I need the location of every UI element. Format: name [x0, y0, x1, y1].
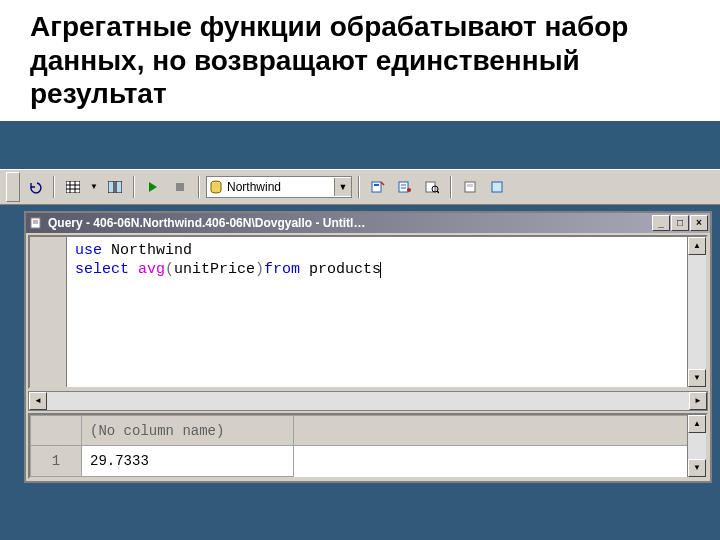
kw-from: from [264, 261, 300, 278]
window-icon [30, 216, 44, 230]
scroll-up-icon[interactable]: ▲ [688, 237, 706, 255]
svg-rect-7 [176, 183, 184, 191]
editor-gutter [30, 237, 67, 387]
scroll-left-icon[interactable]: ◄ [29, 392, 47, 410]
undo-button[interactable] [23, 175, 47, 199]
separator [450, 176, 452, 198]
table-row[interactable]: 1 29.7333 [31, 446, 688, 477]
corner-cell [31, 415, 82, 446]
header-row: (No column name) [31, 415, 688, 446]
cell-value[interactable]: 29.7333 [82, 446, 294, 477]
chevron-down-icon[interactable]: ▼ [334, 178, 351, 196]
scroll-track[interactable] [47, 392, 689, 410]
grid-dropdown[interactable]: ▼ [88, 175, 100, 199]
svg-rect-19 [467, 184, 473, 187]
column-header[interactable]: (No column name) [82, 415, 294, 446]
scroll-track[interactable] [688, 433, 706, 459]
results-grid[interactable]: (No column name) 1 29.7333 [30, 415, 687, 477]
paren-open: ( [165, 261, 174, 278]
scroll-up-icon[interactable]: ▲ [688, 415, 706, 433]
svg-rect-15 [426, 182, 435, 192]
paren-close: ) [255, 261, 264, 278]
database-icon [207, 178, 225, 196]
tool-button-2[interactable] [393, 175, 417, 199]
svg-rect-11 [399, 182, 408, 192]
scroll-right-icon[interactable]: ► [689, 392, 707, 410]
results-pane: (No column name) 1 29.7333 ▲ ▼ [28, 413, 708, 479]
query-window: Query - 406-06N.Northwind.406-06N\Dovgya… [24, 211, 712, 483]
svg-rect-9 [372, 182, 381, 192]
database-selector[interactable]: Northwind ▼ [206, 176, 352, 198]
grid-button[interactable] [61, 175, 85, 199]
separator [53, 176, 55, 198]
separator [198, 176, 200, 198]
tool-button-1[interactable] [366, 175, 390, 199]
execute-button[interactable] [141, 175, 165, 199]
col-name: unitPrice [174, 261, 255, 278]
toolbar: ▼ Northwind ▼ [0, 169, 720, 205]
window-title: Query - 406-06N.Northwind.406-06N\Dovgya… [48, 216, 648, 230]
toolbar-edge [6, 172, 20, 202]
tool-button-5[interactable] [485, 175, 509, 199]
editor-hscrollbar[interactable]: ◄ ► [28, 391, 708, 411]
stop-button[interactable] [168, 175, 192, 199]
svg-rect-0 [66, 181, 80, 193]
separator [133, 176, 135, 198]
tool-button-4[interactable] [458, 175, 482, 199]
database-name: Northwind [225, 180, 334, 194]
separator [358, 176, 360, 198]
kw-use: use [75, 242, 102, 259]
scroll-down-icon[interactable]: ▼ [688, 369, 706, 387]
svg-rect-20 [492, 182, 502, 192]
db-name: Northwind [102, 242, 192, 259]
svg-point-14 [407, 188, 411, 192]
row-number: 1 [31, 446, 82, 477]
svg-rect-10 [374, 184, 379, 186]
menu-area [0, 125, 720, 169]
scroll-down-icon[interactable]: ▼ [688, 459, 706, 477]
scroll-track[interactable] [688, 255, 706, 369]
minimize-button[interactable]: _ [652, 215, 670, 231]
svg-rect-5 [108, 181, 114, 193]
sql-editor[interactable]: use Northwind select avg(unitPrice)from … [28, 235, 708, 389]
app-shell: ▼ Northwind ▼ [0, 121, 720, 540]
slide-title: Агрегатные функции обрабатывают набор да… [0, 0, 720, 117]
results-vscrollbar[interactable]: ▲ ▼ [687, 415, 706, 477]
titlebar[interactable]: Query - 406-06N.Northwind.406-06N\Dovgya… [26, 213, 710, 233]
tool-button-3[interactable] [420, 175, 444, 199]
svg-line-17 [437, 191, 439, 193]
fn-avg: avg [129, 261, 165, 278]
svg-rect-6 [116, 181, 122, 193]
editor-vscrollbar[interactable]: ▲ ▼ [687, 237, 706, 387]
tbl-name: products [300, 261, 381, 278]
close-button[interactable]: × [690, 215, 708, 231]
code-content[interactable]: use Northwind select avg(unitPrice)from … [67, 237, 687, 387]
empty-header [293, 415, 687, 446]
text-cursor [380, 262, 381, 278]
kw-select: select [75, 261, 129, 278]
maximize-button[interactable]: □ [671, 215, 689, 231]
columns-button[interactable] [103, 175, 127, 199]
empty-cell [293, 446, 687, 477]
